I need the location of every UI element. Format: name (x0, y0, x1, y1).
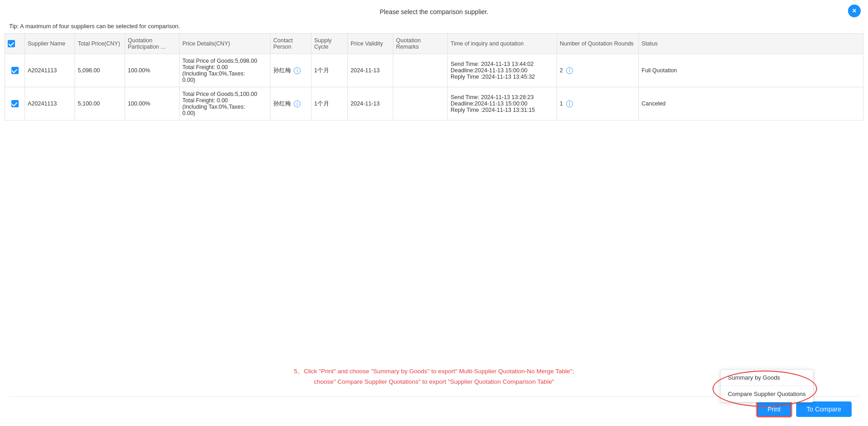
row2-supply-cycle: 1个月 (311, 87, 348, 120)
row2-price-details: Total Price of Goods:5,100.00 Total Frei… (180, 87, 271, 120)
print-dropdown-menu: Summary by Goods Compare Supplier Quotat… (720, 369, 813, 402)
row2-participation: 100.00% (125, 87, 180, 120)
row1-participation: 100.00% (125, 54, 180, 87)
table-row: A20241113 5,100.00 100.00% Total Price o… (5, 87, 863, 120)
select-all-checkbox[interactable] (8, 40, 15, 47)
header-supply-cycle: Supply Cycle (311, 34, 348, 54)
row2-supplier-name: A20241113 (25, 87, 75, 120)
header-supplier-name: Supplier Name (25, 34, 75, 54)
header-total-price: Total Price(CNY) (75, 34, 125, 54)
row1-contact: 孙红梅 i (271, 54, 311, 87)
header-price-validity: Price Validity (348, 34, 393, 54)
header-participation: Quotation Participation ... (125, 34, 180, 54)
row1-rounds: 2 i (557, 54, 639, 87)
row1-time: Send Time: 2024-11-13 13:44:02 Deadline:… (448, 54, 557, 87)
header-time: Time of inquiry and quotation (448, 34, 557, 54)
header-price-details: Price Details(CNY) (180, 34, 271, 54)
row1-supply-cycle: 1个月 (311, 54, 348, 87)
row2-time: Send Time: 2024-11-13 13:28:23 Deadline:… (448, 87, 557, 120)
table-row: A20241113 5,098.00 100.00% Total Price o… (5, 54, 863, 87)
row1-remarks (393, 54, 448, 87)
row2-rounds-info-icon[interactable]: i (566, 100, 573, 107)
header-contact: Contact Person (271, 34, 311, 54)
header-check[interactable] (5, 34, 25, 54)
row2-status: Canceled (639, 87, 863, 120)
page-title: Please select the comparison supplier. (0, 0, 868, 20)
row2-contact-info-icon[interactable]: i (294, 100, 301, 107)
close-button[interactable]: × (848, 5, 861, 17)
dropdown-item-summary-by-goods[interactable]: Summary by Goods (721, 370, 813, 386)
row2-total-price: 5,100.00 (75, 87, 125, 120)
header-remarks: Quotation Remarks (393, 34, 448, 54)
supplier-table-wrap: Supplier Name Total Price(CNY) Quotation… (0, 33, 868, 120)
header-rounds: Number of Quotation Rounds (557, 34, 639, 54)
row1-contact-info-icon[interactable]: i (294, 67, 301, 74)
table-header-row: Supplier Name Total Price(CNY) Quotation… (5, 34, 863, 54)
print-button[interactable]: Print (757, 401, 792, 417)
row1-price-details: Total Price of Goods:5,098.00 Total Frei… (180, 54, 271, 87)
row1-supplier-name: A20241113 (25, 54, 75, 87)
tip-text: Tip: A maximum of four suppliers can be … (0, 20, 868, 33)
dropdown-item-compare-supplier[interactable]: Compare Supplier Quotations (721, 386, 813, 402)
row1-price-validity: 2024-11-13 (348, 54, 393, 87)
to-compare-button[interactable]: To Compare (796, 401, 852, 417)
row1-total-price: 5,098.00 (75, 54, 125, 87)
row2-rounds: 1 i (557, 87, 639, 120)
row2-checkbox[interactable] (11, 100, 19, 107)
close-icon: × (852, 7, 856, 15)
row2-check-cell[interactable] (5, 87, 25, 120)
row2-price-validity: 2024-11-13 (348, 87, 393, 120)
header-status: Status (639, 34, 863, 54)
bottom-section: 5、Click "Print" and choose "Summary by G… (0, 357, 868, 426)
row1-rounds-info-icon[interactable]: i (566, 67, 573, 74)
row1-status: Full Quotation (639, 54, 863, 87)
row2-contact: 孙红梅 i (271, 87, 311, 120)
row2-remarks (393, 87, 448, 120)
row1-check-cell[interactable] (5, 54, 25, 87)
supplier-table: Supplier Name Total Price(CNY) Quotation… (5, 33, 863, 120)
row1-checkbox[interactable] (11, 67, 19, 74)
